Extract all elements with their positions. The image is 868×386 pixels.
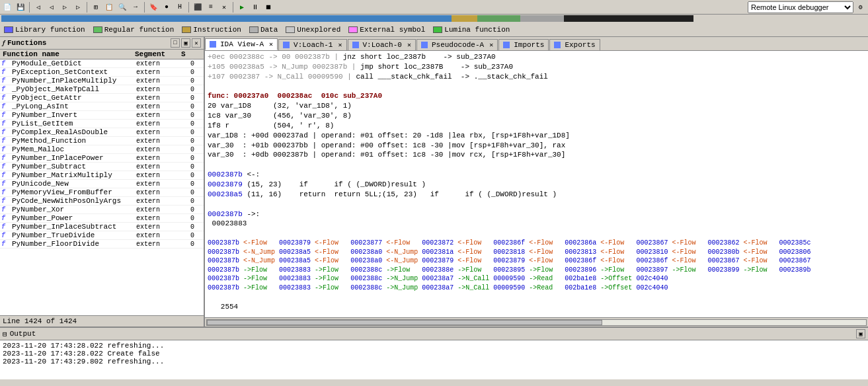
paste-icon[interactable]: 📋	[103, 1, 115, 13]
function-name: PyNumber_InPlacePower	[11, 154, 136, 162]
table-row[interactable]: f PyMem_Malloc extern 0	[0, 145, 204, 154]
function-icon: f	[1, 129, 11, 136]
col-val-header[interactable]: S	[181, 50, 201, 58]
new-file-icon[interactable]: 📄	[1, 1, 13, 13]
code-content[interactable]: +0ec 0002388c -> 00 0002387b | jnz short…	[205, 51, 868, 317]
legend-external: External symbol	[348, 26, 425, 34]
table-row[interactable]: f PyCode_NewWithPosOnlyArgs extern 0	[0, 197, 204, 206]
legend-instruction: Instruction	[182, 26, 241, 34]
output-panel-icon: ⊟	[3, 330, 7, 338]
function-icon: f	[1, 206, 11, 213]
function-name: PyList_GetItem	[11, 120, 136, 128]
table-row[interactable]: f PyUnicode_New extern 0	[0, 180, 204, 188]
function-segment: extern	[136, 146, 182, 153]
tab-close-button[interactable]: ✕	[489, 41, 493, 49]
list-item: 1f8 r (504, ' r', 8)	[208, 121, 865, 131]
hex-icon[interactable]: H	[174, 1, 186, 13]
legend-instruction-color	[182, 26, 191, 33]
xref-icon[interactable]: ✕	[218, 1, 230, 13]
find-icon[interactable]: 🔍	[116, 1, 128, 13]
forward2-icon[interactable]: ▷	[72, 1, 84, 13]
function-icon: f	[1, 215, 11, 222]
horizontal-scrollbar[interactable]	[205, 317, 868, 327]
table-row[interactable]: f _PyObject_MakeTpCall extern 0	[0, 85, 204, 94]
table-row[interactable]: f PyMemoryView_FromBuffer extern 0	[0, 188, 204, 197]
stop-icon[interactable]: ⏹	[262, 1, 274, 13]
table-row[interactable]: f PyNumber_MatrixMultiply extern 0	[0, 171, 204, 180]
tab-vloach1[interactable]: V:Loach-1 ✕	[278, 39, 346, 50]
table-row[interactable]: f PyNumber_Invert extern 0	[0, 111, 204, 120]
sep1	[29, 2, 30, 13]
functions-list[interactable]: f PyModule_GetDict extern 0 f PyExceptio…	[0, 59, 204, 315]
tab-label: V:Loach-1	[294, 41, 333, 49]
table-row[interactable]: f PyException_SetContext extern 0	[0, 68, 204, 77]
functions-max-button[interactable]: ▣	[181, 38, 190, 48]
tab-close-button[interactable]: ✕	[407, 41, 411, 49]
table-row[interactable]: f PyModule_GetDict extern 0	[0, 59, 204, 68]
function-value: 0	[182, 206, 202, 213]
table-row[interactable]: f PyObject_GetAttr extern 0	[0, 94, 204, 102]
list-item	[208, 160, 865, 170]
functions-float-button[interactable]: □	[171, 38, 180, 48]
hscroll-thumb[interactable]	[207, 320, 602, 325]
col-segment-header[interactable]: Segment	[135, 50, 181, 58]
tab-imports[interactable]: Imports	[498, 39, 549, 50]
hscroll-track[interactable]	[206, 319, 867, 326]
table-row[interactable]: f PyNumber_Subtract extern 0	[0, 163, 204, 171]
list-item	[208, 292, 865, 302]
table-row[interactable]: f PyMethod_Function extern 0	[0, 137, 204, 145]
list-item: 0002387b <-N_Jump 000238a5 <-Flow 000238…	[208, 256, 865, 266]
bookmark-icon[interactable]: 🔖	[147, 1, 159, 13]
table-row[interactable]: f PyList_GetItem extern 0	[0, 120, 204, 128]
function-icon: f	[1, 60, 11, 67]
goto-icon[interactable]: →	[130, 1, 141, 13]
function-segment: extern	[136, 155, 182, 162]
forward-icon[interactable]: ▷	[59, 1, 71, 13]
legend-library-color	[4, 26, 13, 33]
function-value: 0	[182, 189, 202, 196]
save-icon[interactable]: 💾	[15, 1, 26, 13]
table-row[interactable]: f PyNumber_Xor extern 0	[0, 206, 204, 214]
table-row[interactable]: f PyNumber_FloorDivide extern 0	[0, 240, 204, 249]
graph-icon[interactable]: ⬛	[192, 1, 204, 13]
mark-icon[interactable]: ●	[161, 1, 173, 13]
output-max-button[interactable]: ▣	[856, 329, 865, 338]
table-row[interactable]: f PyComplex_RealAsDouble extern 0	[0, 128, 204, 137]
tab-pseudocodea[interactable]: Pseudocode-A ✕	[416, 39, 498, 50]
table-row[interactable]: f PyNumber_Power extern 0	[0, 214, 204, 223]
tab-close-button[interactable]: ✕	[338, 41, 342, 49]
debugger-select[interactable]: Remote Linux debugger	[748, 1, 853, 13]
output-panel: ⊟ Output ▣ 2023-11-20 17:43:28.022 refre…	[0, 327, 868, 379]
function-name: PyComplex_RealAsDouble	[11, 128, 136, 136]
list-icon[interactable]: ≡	[205, 1, 217, 13]
tab-idaviewa[interactable]: IDA View-A ✕	[205, 38, 278, 50]
tab-vloach0[interactable]: V:Loach-0 ✕	[348, 39, 416, 50]
table-row[interactable]: f PyNumber_TrueDivide extern 0	[0, 231, 204, 240]
pause-icon[interactable]: ⏸	[249, 1, 261, 13]
sep4	[188, 2, 189, 13]
run-icon[interactable]: ▶	[236, 1, 248, 13]
functions-close-button[interactable]: ✕	[192, 38, 201, 48]
table-row[interactable]: f PyNumber_InPlaceMultiply extern 0	[0, 77, 204, 85]
function-name: PyNumber_Subtract	[11, 163, 136, 171]
functions-header: 𝑓 Functions □ ▣ ✕	[0, 37, 204, 50]
table-row[interactable]: f _PyLong_AsInt extern 0	[0, 102, 204, 111]
legend-regular-label: Regular function	[104, 26, 175, 34]
legend-lumina-color	[433, 26, 442, 33]
tab-close-button[interactable]: ✕	[269, 40, 273, 48]
col-name-header[interactable]: Function name	[3, 50, 135, 58]
back2-icon[interactable]: ◁	[46, 1, 58, 13]
prog-empty	[693, 15, 867, 22]
debug-options-icon[interactable]: ⚙	[855, 1, 867, 13]
function-icon: f	[1, 241, 11, 248]
function-segment: extern	[136, 120, 182, 128]
table-row[interactable]: f PyNumber_InPlaceSubtract extern 0	[0, 223, 204, 231]
back-icon[interactable]: ◁	[32, 1, 44, 13]
tab-exports[interactable]: Exports	[549, 39, 600, 50]
function-segment: extern	[136, 137, 182, 145]
function-value: 0	[182, 95, 202, 102]
functions-line-count: Line 1424 of 1424	[3, 317, 77, 325]
function-name: _PyObject_MakeTpCall	[11, 85, 136, 93]
table-row[interactable]: f PyNumber_InPlacePower extern 0	[0, 154, 204, 163]
copy-icon[interactable]: ⊞	[90, 1, 102, 13]
